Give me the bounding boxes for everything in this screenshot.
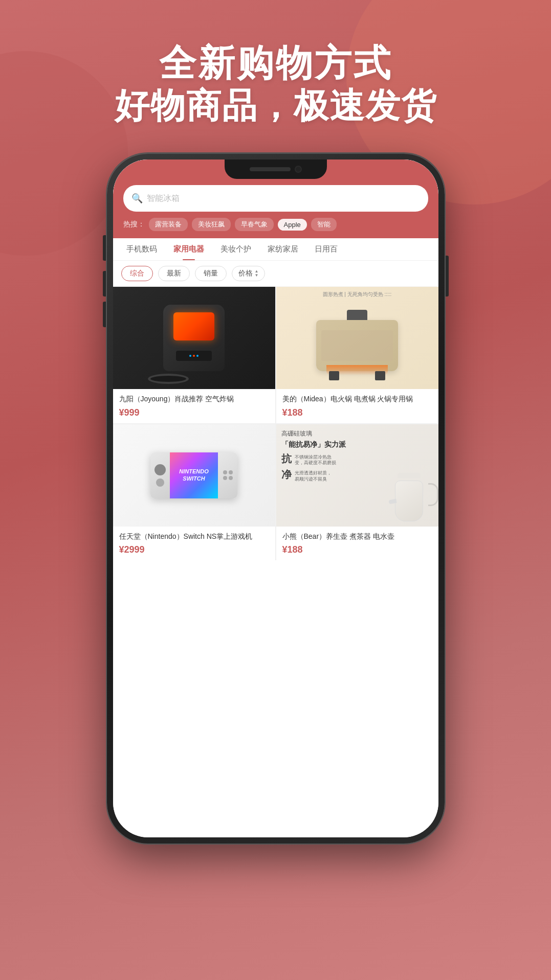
hot-tag-4[interactable]: 智能 [311,218,337,231]
product-grid: 九阳（Joyoung）肖战推荐 空气炸锅 ¥999 圆形热煮 | 无死角均匀受热… [113,287,438,560]
filter-comprehensive[interactable]: 综合 [121,266,153,281]
hot-tag-2[interactable]: 早春气象 [235,218,274,231]
app-content: 🔍 智能冰箱 + 热搜： 露营装备 美妆狂飙 早春气象 Apple 智能 [113,159,438,837]
product-card-switch[interactable]: NINTENDOSWITCH [113,424,275,561]
product-image-switch: NINTENDOSWITCH [113,424,275,527]
product-image-kettle: 高硼硅玻璃 「能抗易净」实力派 抗 不锈钢涂层冷热急变，高硬度不易磨损 [276,424,438,527]
tab-home[interactable]: 家纺家居 [259,238,306,260]
phone-screen: 🔍 智能冰箱 + 热搜： 露营装备 美妆狂飙 早春气象 Apple 智能 [113,159,438,837]
price-sort-icon: ▲ ▼ [255,269,259,278]
product-price-switch: ¥2999 [119,544,269,555]
phone-mockup: 🔍 智能冰箱 + 热搜： 露营装备 美妆狂飙 早春气象 Apple 智能 [107,153,445,844]
hot-search-label: 热搜： [123,220,145,229]
filter-price[interactable]: 价格 ▲ ▼ [232,266,266,281]
product-price-pan: ¥188 [282,407,432,418]
product-image-pan: 圆形热煮 | 无死角均匀受热 ::::: [276,287,438,389]
tab-daily[interactable]: 日用百 [306,238,346,260]
filter-newest[interactable]: 最新 [158,266,190,281]
tab-mobile[interactable]: 手机数码 [118,238,165,260]
product-title-kettle: 小熊（Bear）养生壶 煮茶器 电水壶 [282,532,432,542]
product-card-pan[interactable]: 圆形热煮 | 无死角均匀受热 ::::: [276,287,438,423]
product-image-airfryer [113,287,275,389]
hot-tag-apple[interactable]: Apple [278,219,307,231]
product-title-pan: 美的（Midea）电火锅 电煮锅 火锅专用锅 [282,394,432,404]
kettle-badge: 高硼硅玻璃 [281,429,346,438]
product-title-airfryer: 九阳（Joyoung）肖战推荐 空气炸锅 [119,394,269,404]
notch-camera [295,166,302,173]
product-price-kettle: ¥188 [282,544,432,555]
pan-label: 圆形热煮 | 无死角均匀受热 ::::: [276,291,438,298]
notch-speaker [250,167,291,171]
search-input[interactable]: 智能冰箱 [147,193,404,204]
product-info-switch: 任天堂（Nintendo）Switch NS掌上游戏机 ¥2999 [113,527,275,561]
search-add-button[interactable]: + [404,190,420,207]
product-card-airfryer[interactable]: 九阳（Joyoung）肖战推荐 空气炸锅 ¥999 [113,287,275,423]
category-tabs: 手机数码 家用电器 美妆个护 家纺家居 日用百 [113,238,438,261]
phone-notch [225,159,327,179]
hot-tag-0[interactable]: 露营装备 [149,218,188,231]
product-info-kettle: 小熊（Bear）养生壶 煮茶器 电水壶 ¥188 [276,527,438,561]
tab-appliance[interactable]: 家用电器 [165,238,212,260]
product-info-pan: 美的（Midea）电火锅 电煮锅 火锅专用锅 ¥188 [276,389,438,423]
hot-search-bar: 热搜： 露营装备 美妆狂飙 早春气象 Apple 智能 [123,218,428,231]
header-line1: 全新购物方式 [0,41,551,85]
header-line2: 好物商品，极速发货 [0,85,551,127]
search-bar[interactable]: 🔍 智能冰箱 + [123,185,428,212]
tab-beauty[interactable]: 美妆个护 [212,238,259,260]
filter-sales[interactable]: 销量 [195,266,227,281]
search-icon: 🔍 [131,193,143,204]
kettle-illustration [395,475,431,521]
hot-tag-1[interactable]: 美妆狂飙 [192,218,231,231]
kettle-slogan: 「能抗易净」实力派 [281,440,346,449]
product-card-kettle[interactable]: 高硼硅玻璃 「能抗易净」实力派 抗 不锈钢涂层冷热急变，高硬度不易磨损 [276,424,438,561]
phone-outer: 🔍 智能冰箱 + 热搜： 露营装备 美妆狂飙 早春气象 Apple 智能 [107,153,445,844]
product-info-airfryer: 九阳（Joyoung）肖战推荐 空气炸锅 ¥999 [113,389,275,423]
filter-bar: 综合 最新 销量 价格 ▲ ▼ [113,261,438,287]
product-price-airfryer: ¥999 [119,407,269,418]
product-title-switch: 任天堂（Nintendo）Switch NS掌上游戏机 [119,532,269,542]
header-text: 全新购物方式 好物商品，极速发货 [0,41,551,127]
